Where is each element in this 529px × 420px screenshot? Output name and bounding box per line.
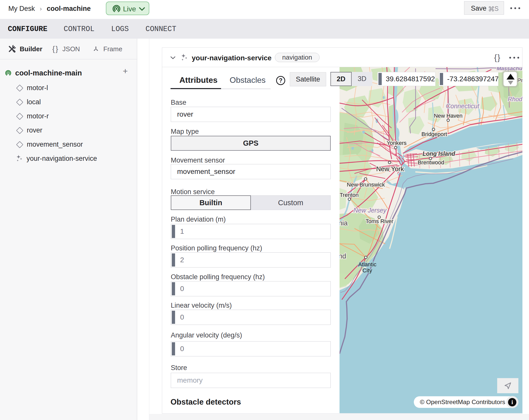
svg-text:Atlantic: Atlantic <box>358 261 376 268</box>
svg-text:Long Island: Long Island <box>423 150 455 157</box>
svg-text:Trenton: Trenton <box>340 192 359 198</box>
svg-text:nia: nia <box>340 219 348 227</box>
svg-text:Connecticut: Connecticut <box>446 102 479 110</box>
svg-text:Bridgeport: Bridgeport <box>421 131 447 137</box>
svg-text:Rhod: Rhod <box>508 96 522 102</box>
svg-text:Pro: Pro <box>517 77 522 84</box>
svg-text:Brentwood: Brentwood <box>418 159 444 166</box>
svg-text:?: ? <box>279 77 282 84</box>
svg-text:New York: New York <box>376 165 404 173</box>
svg-text:Toms River: Toms River <box>366 218 393 224</box>
svg-text:Massachu: Massachu <box>497 67 522 71</box>
svg-text:Yonkers: Yonkers <box>387 140 407 146</box>
svg-text:New Brunswick: New Brunswick <box>347 181 385 188</box>
svg-text:New Haven: New Haven <box>434 113 463 119</box>
svg-text:New Jersey: New Jersey <box>353 207 387 214</box>
svg-text:nd: nd <box>340 252 346 260</box>
svg-text:City: City <box>363 267 372 274</box>
